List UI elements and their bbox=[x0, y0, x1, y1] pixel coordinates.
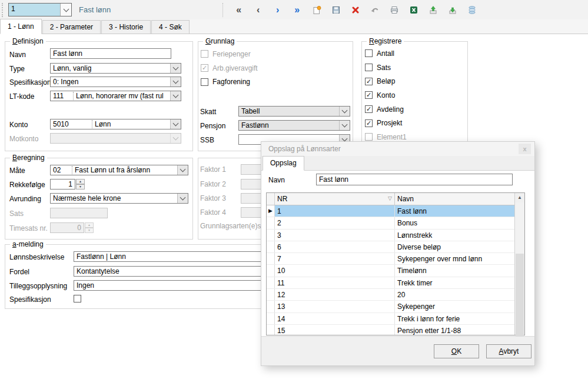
checkbox-label: Antall bbox=[377, 49, 394, 58]
sort-descending-icon[interactable]: ▽ bbox=[388, 195, 392, 205]
header-navn[interactable]: Navn bbox=[395, 193, 514, 205]
arb-giveravgift-checkbox: ✓ bbox=[201, 64, 208, 72]
grunnlagsarten-label: Grunnlagsarten(e)s bbox=[200, 222, 261, 230]
scroll-up-icon[interactable]: ▲ bbox=[515, 193, 524, 202]
import-icon[interactable] bbox=[446, 4, 460, 16]
type-label: Type bbox=[9, 65, 25, 73]
timesats-input bbox=[50, 222, 84, 233]
delete-icon[interactable] bbox=[348, 4, 363, 16]
chevron-down-icon[interactable] bbox=[170, 91, 181, 101]
export-excel-icon[interactable] bbox=[407, 4, 421, 16]
toolbar-separator bbox=[222, 3, 227, 17]
avrunding-combobox[interactable]: Nærmeste hele krone bbox=[50, 193, 188, 204]
sats-checkbox[interactable] bbox=[365, 64, 373, 71]
checkbox-row-bel-p[interactable]: ✓Beløp bbox=[365, 74, 407, 88]
tab-sok[interactable]: 4 - Søk bbox=[151, 20, 190, 34]
cell-navn: Diverse beløp bbox=[395, 241, 514, 252]
close-icon[interactable]: x bbox=[519, 144, 531, 154]
avbryt-button[interactable]: Avbryt bbox=[486, 344, 531, 358]
chevron-down-icon[interactable] bbox=[177, 165, 188, 175]
chevron-down-icon[interactable] bbox=[170, 64, 181, 73]
last-record-icon[interactable]: » bbox=[290, 4, 304, 16]
table-row[interactable]: 2Bonus bbox=[267, 217, 514, 229]
type-combobox[interactable]: Lønn, vanlig bbox=[50, 63, 181, 74]
skatt-combobox[interactable]: Tabell bbox=[238, 106, 350, 117]
previous-record-icon[interactable]: ‹ bbox=[251, 4, 265, 16]
konto-combobox[interactable]: 5010 Lønn bbox=[50, 119, 181, 129]
faktor-label: Faktor 4 bbox=[200, 208, 241, 217]
dialog-titlebar[interactable]: Oppslag på Lønnsarter bbox=[261, 142, 534, 156]
spesifikasjon-combobox[interactable]: 0: Ingen bbox=[50, 77, 181, 87]
chevron-down-icon[interactable] bbox=[170, 119, 181, 129]
chevron-down-icon[interactable] bbox=[177, 194, 188, 203]
ltkode-combobox[interactable]: 111 Lønn, honorarer mv (fast rul bbox=[50, 91, 181, 101]
tab-historie[interactable]: 3 - Historie bbox=[101, 20, 151, 34]
checkbox-row-konto[interactable]: ✓Konto bbox=[365, 88, 407, 102]
dialog-tab-oppslag[interactable]: Oppslag bbox=[263, 156, 304, 171]
table-row[interactable]: 15Pensjon etter 1/1-88 bbox=[267, 325, 514, 335]
konto-checkbox[interactable]: ✓ bbox=[365, 91, 373, 99]
fagforening-checkbox[interactable] bbox=[201, 78, 208, 86]
checkbox-row-sats[interactable]: Sats bbox=[365, 61, 407, 75]
faktor-label: Faktor 2 bbox=[200, 180, 241, 188]
checkbox-row-fagforening[interactable]: Fagforening bbox=[201, 75, 258, 89]
konto-label: Konto bbox=[9, 121, 28, 129]
table-row[interactable]: 7Sykepenger over mnd lønn bbox=[267, 253, 514, 265]
navn-input[interactable] bbox=[50, 48, 171, 59]
table-row[interactable]: 6Diverse beløp bbox=[267, 241, 514, 253]
group-definisjon-title: Definisjon bbox=[10, 37, 46, 45]
antall-checkbox[interactable] bbox=[365, 49, 373, 57]
header-nr[interactable]: NR ▽ bbox=[275, 193, 395, 205]
bel-p-checkbox[interactable]: ✓ bbox=[365, 78, 373, 85]
table-row[interactable]: 1220 bbox=[267, 289, 514, 301]
export-icon[interactable] bbox=[426, 4, 440, 16]
row-marker bbox=[267, 277, 275, 288]
chevron-down-icon[interactable] bbox=[60, 4, 71, 16]
chevron-down-icon[interactable] bbox=[170, 77, 181, 87]
pensjon-combobox[interactable]: Fastlønn bbox=[238, 120, 350, 131]
checkbox-row-prosjekt[interactable]: ✓Prosjekt bbox=[365, 116, 407, 130]
table-row[interactable]: 3Lønnstrekk bbox=[267, 230, 514, 241]
rekkefolge-stepper[interactable]: ▲▼ bbox=[76, 179, 85, 190]
table-row[interactable]: 11Trekk timer bbox=[267, 277, 514, 289]
chevron-down-icon[interactable] bbox=[339, 107, 350, 116]
first-record-icon[interactable]: « bbox=[232, 4, 246, 16]
table-row[interactable]: 14Trekk i lønn for ferie bbox=[267, 313, 514, 325]
table-row[interactable]: ▶1Fast lønn bbox=[267, 205, 514, 217]
faktor-label: Faktor 1 bbox=[200, 165, 241, 174]
tab-parameter[interactable]: 2 - Parameter bbox=[42, 20, 101, 34]
new-record-icon[interactable] bbox=[310, 4, 324, 16]
toolbar-grip[interactable] bbox=[2, 3, 5, 17]
vertical-scrollbar[interactable]: ▲ ▼ bbox=[514, 193, 524, 335]
undo-icon[interactable] bbox=[368, 4, 382, 16]
mate-code: 02 bbox=[51, 166, 72, 174]
cell-navn: Bonus bbox=[395, 217, 514, 228]
dialog-navn-input[interactable] bbox=[316, 174, 513, 185]
cell-nr: 13 bbox=[275, 301, 395, 312]
checkbox-row-arb-giveravgift: ✓Arb.giveravgift bbox=[201, 61, 258, 75]
next-record-icon[interactable]: › bbox=[271, 4, 285, 16]
checkbox-row-avdeling[interactable]: ✓Avdeling bbox=[365, 102, 407, 117]
row-marker bbox=[267, 253, 275, 264]
scrollbar-thumb[interactable] bbox=[516, 254, 524, 342]
prosjekt-checkbox[interactable]: ✓ bbox=[365, 119, 373, 127]
record-number-combobox[interactable]: 1 bbox=[8, 3, 72, 16]
chevron-down-icon[interactable] bbox=[339, 121, 350, 130]
checkbox-row-antall[interactable]: Antall bbox=[365, 46, 407, 61]
table-row[interactable]: 10Timelønn bbox=[267, 265, 514, 277]
rekkefolge-input[interactable] bbox=[50, 179, 75, 190]
amelding-spesifikasjon-checkbox[interactable] bbox=[74, 295, 81, 302]
skatt-label: Skatt bbox=[200, 108, 216, 116]
history-icon[interactable] bbox=[465, 4, 479, 16]
mate-combobox[interactable]: 02 Fast Lønn ut fra årslønn bbox=[50, 165, 188, 175]
mate-text: Fast Lønn ut fra årslønn bbox=[72, 166, 177, 174]
table-row[interactable]: 13Sykepenger bbox=[267, 301, 514, 312]
row-marker bbox=[267, 301, 275, 312]
avdeling-checkbox[interactable]: ✓ bbox=[365, 105, 373, 113]
feriepenger-checkbox bbox=[201, 50, 208, 58]
row-marker bbox=[267, 313, 275, 324]
save-icon[interactable] bbox=[329, 4, 343, 16]
tab-lonn[interactable]: 1 - Lønn bbox=[0, 19, 42, 34]
ok-button[interactable]: OK bbox=[434, 344, 479, 358]
print-icon[interactable] bbox=[387, 4, 401, 16]
